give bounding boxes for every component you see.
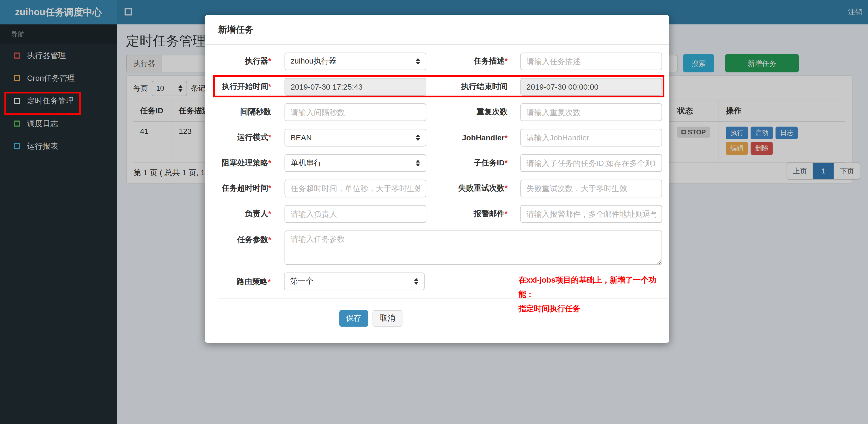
field-label-repeat-count: 重复次数 bbox=[426, 107, 520, 117]
task-params-textarea[interactable] bbox=[285, 230, 662, 265]
select-stepper-icon bbox=[416, 160, 420, 166]
interval-seconds-input[interactable] bbox=[285, 103, 427, 121]
app-window: 注销 zuihou任务调度中心 导航 执行器管理 Cron任务管理 定时任务管理… bbox=[0, 0, 868, 424]
field-label-executor: 执行器* bbox=[218, 57, 285, 66]
route-strategy-select[interactable]: 第一个 bbox=[284, 272, 424, 290]
field-label-alarm-email: 报警邮件* bbox=[426, 209, 520, 219]
field-label-child-task-id: 子任务ID* bbox=[426, 158, 520, 168]
alarm-email-input[interactable] bbox=[520, 205, 662, 223]
fail-retry-count-input[interactable] bbox=[520, 180, 662, 197]
field-label-task-params: 任务参数* bbox=[218, 230, 285, 245]
task-desc-input[interactable] bbox=[520, 53, 662, 70]
select-stepper-icon bbox=[416, 134, 420, 141]
field-label-start-time: 执行开始时间* bbox=[218, 82, 285, 92]
owner-input[interactable] bbox=[285, 205, 427, 223]
repeat-count-input[interactable] bbox=[520, 103, 662, 121]
modal-body: 执行器* zuihou执行器 任务描述* 执行开始时间* 执行结束时间 间隔秒数… bbox=[205, 45, 670, 327]
modal-header: 新增任务 bbox=[205, 15, 670, 45]
child-task-id-input[interactable] bbox=[520, 154, 662, 172]
cancel-button[interactable]: 取消 bbox=[372, 310, 402, 327]
jobhandler-input[interactable] bbox=[520, 129, 662, 146]
field-label-jobhandler: JobHandler* bbox=[426, 133, 520, 142]
feature-note-line2: 指定时间执行任务 bbox=[519, 301, 669, 316]
save-button[interactable]: 保存 bbox=[339, 310, 368, 327]
field-label-fail-retry-count: 失败重试次数* bbox=[426, 184, 520, 194]
end-time-input[interactable] bbox=[520, 78, 662, 96]
field-label-task-desc: 任务描述* bbox=[426, 57, 520, 66]
field-label-interval-seconds: 间隔秒数 bbox=[218, 107, 285, 117]
feature-note-text: 在xxl-jobs项目的基础上，新增了一个功能： 指定时间执行任务 bbox=[519, 272, 669, 316]
feature-note-line1: 在xxl-jobs项目的基础上，新增了一个功能： bbox=[519, 272, 669, 301]
add-task-modal: 新增任务 执行器* zuihou执行器 任务描述* 执行开始时间* 执行结束时间… bbox=[205, 15, 670, 343]
field-label-block-strategy: 阻塞处理策略* bbox=[218, 158, 285, 168]
start-time-input[interactable] bbox=[285, 78, 427, 96]
field-label-run-mode: 运行模式* bbox=[218, 133, 285, 142]
run-mode-select[interactable]: BEAN bbox=[285, 129, 427, 146]
executor-select[interactable]: zuihou执行器 bbox=[285, 53, 427, 70]
task-timeout-input[interactable] bbox=[285, 180, 427, 197]
field-label-route-strategy: 路由策略* bbox=[218, 272, 284, 287]
field-label-end-time: 执行结束时间 bbox=[426, 82, 520, 92]
field-label-owner: 负责人* bbox=[218, 209, 285, 219]
select-stepper-icon bbox=[414, 278, 418, 285]
field-label-task-timeout: 任务超时时间* bbox=[218, 184, 285, 194]
block-strategy-select[interactable]: 单机串行 bbox=[285, 154, 427, 172]
modal-title: 新增任务 bbox=[218, 24, 656, 36]
select-stepper-icon bbox=[416, 58, 420, 65]
